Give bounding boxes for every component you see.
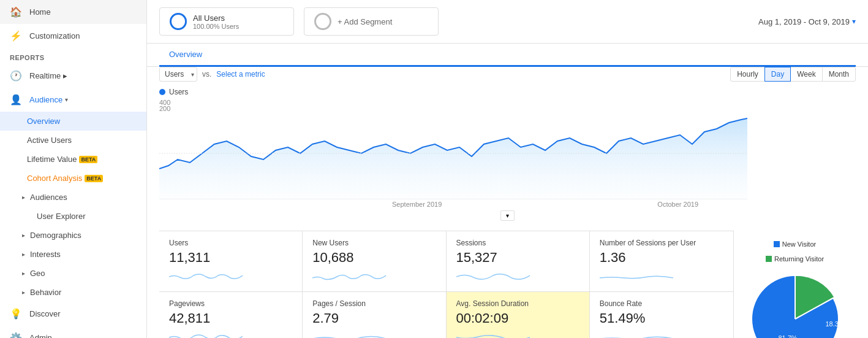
vs-label: vs. [202, 70, 211, 79]
header-bar: All Users 100.00% Users + Add Segment Au… [147, 0, 868, 44]
stat-pages-per-session: Pages / Session 2.79 [303, 292, 446, 338]
sidebar-item-discover[interactable]: 💡 Discover [0, 302, 146, 326]
returning-visitor-pct-label: 81.7% [778, 334, 797, 338]
lifetime-value-sub-label: Lifetime Value [27, 155, 77, 164]
new-visitor-legend-dot [774, 241, 780, 247]
behavior-expand-icon [22, 289, 25, 296]
metric-left: Users vs. Select a metric [159, 67, 265, 82]
stat-new-users-label: New Users [312, 239, 436, 247]
time-btn-day[interactable]: Day [764, 67, 791, 82]
all-users-label: All Users [193, 13, 239, 23]
stat-pageviews-value: 42,811 [169, 310, 292, 326]
sidebar-sub-lifetime-value[interactable]: Lifetime Value BETA [0, 150, 146, 169]
realtime-label: Realtime [29, 71, 61, 80]
time-btn-month[interactable]: Month [822, 67, 856, 82]
pie-legend: New Visitor Returning Visitor [744, 240, 846, 263]
stats-grid: Users 11,311 New Users 10,688 [159, 231, 733, 338]
audience-expand-icon: ▾ [65, 96, 68, 103]
stat-avg-session-duration-sparkline [456, 330, 579, 338]
new-visitor-pct-label: 18.3% [825, 320, 844, 328]
returning-visitor-legend-dot [766, 256, 772, 262]
clock-icon: 🕐 [10, 70, 22, 82]
admin-label: Admin [29, 333, 52, 338]
sidebar-sub-audiences[interactable]: Audiences [0, 188, 146, 207]
stat-users-value: 11,311 [169, 250, 292, 266]
stat-sessions-per-user-label: Number of Sessions per User [600, 239, 723, 247]
stat-sessions-per-user-sparkline [600, 269, 723, 284]
users-legend-dot [159, 89, 165, 95]
stat-users: Users 11,311 [159, 231, 303, 292]
stat-bounce-rate-label: Bounce Rate [600, 299, 723, 308]
sidebar-sub-interests[interactable]: Interests [0, 245, 146, 264]
stats-grid-container: Users 11,311 New Users 10,688 [159, 231, 733, 338]
stat-bounce-rate-sparkline [600, 330, 723, 338]
time-btn-hourly[interactable]: Hourly [730, 67, 765, 82]
demographics-expand-icon [22, 232, 25, 239]
segment-pills: All Users 100.00% Users + Add Segment [159, 7, 439, 36]
select-metric-link[interactable]: Select a metric [216, 70, 265, 79]
discover-label: Discover [29, 309, 61, 318]
metric-select[interactable]: Users [159, 67, 197, 82]
stat-new-users-sparkline [312, 269, 436, 284]
stat-bounce-rate: Bounce Rate 51.49% [590, 292, 733, 338]
sidebar-sub-demographics[interactable]: Demographics [0, 226, 146, 245]
demographics-label: Demographics [30, 231, 81, 240]
right-panel: New Visitor Returning Visitor [733, 231, 856, 338]
audiences-label: Audiences [30, 193, 67, 202]
stats-and-pie-row: Users 11,311 New Users 10,688 [159, 231, 856, 338]
sidebar-item-realtime[interactable]: 🕐 Realtime [0, 64, 146, 88]
customization-label: Customization [29, 31, 80, 40]
stat-users-label: Users [169, 239, 292, 247]
main-content: All Users 100.00% Users + Add Segment Au… [147, 0, 868, 338]
sidebar-item-admin[interactable]: ⚙️ Admin [0, 326, 146, 338]
date-range-dropdown-icon: ▾ [852, 17, 856, 26]
x-axis-labels: September 2019 October 2019 [159, 199, 747, 209]
sidebar-sub-geo[interactable]: Geo [0, 264, 146, 283]
audience-label: Audience [29, 95, 62, 104]
stat-pageviews-sparkline [169, 330, 292, 338]
stat-new-users-value: 10,688 [312, 250, 436, 266]
realtime-expand-icon [63, 71, 67, 80]
user-explorer-label: User Explorer [37, 212, 85, 221]
sidebar-item-home[interactable]: 🏠 Home [0, 0, 146, 24]
date-range[interactable]: Aug 1, 2019 - Oct 9, 2019 ▾ [758, 17, 856, 26]
returning-visitor-legend-label: Returning Visitor [774, 255, 824, 263]
stat-sessions-value: 15,327 [456, 250, 579, 266]
sidebar-sub-active-users[interactable]: Active Users [0, 131, 146, 150]
tabs-bar: Overview [147, 44, 868, 67]
chart-scroll-control: ▾ [159, 210, 856, 221]
home-label: Home [29, 7, 51, 17]
stat-pages-per-session-label: Pages / Session [312, 299, 436, 308]
stat-avg-session-duration: Avg. Session Duration 00:02:09 [447, 292, 590, 338]
add-segment-button[interactable]: + Add Segment [304, 7, 439, 36]
chart-scroll-button[interactable]: ▾ [500, 210, 515, 221]
stat-pageviews: Pageviews 42,811 [159, 292, 303, 338]
chart-svg [159, 107, 747, 199]
tab-overview[interactable]: Overview [159, 44, 856, 67]
reports-section-label: REPORTS [0, 48, 146, 64]
stat-users-sparkline [169, 269, 292, 284]
x-label-september: September 2019 [392, 201, 442, 208]
metric-toolbar: Users vs. Select a metric Hourly Day Wee… [159, 67, 856, 82]
time-btn-week[interactable]: Week [790, 67, 822, 82]
time-buttons: Hourly Day Week Month [731, 67, 856, 82]
chart-svg-wrap: September 2019 October 2019 ▾ [159, 107, 856, 221]
sidebar-sub-cohort-analysis[interactable]: Cohort Analysis BETA [0, 169, 146, 188]
users-legend-label: Users [169, 88, 188, 96]
all-users-segment[interactable]: All Users 100.00% Users [159, 7, 294, 36]
stat-sessions: Sessions 15,327 [447, 231, 590, 292]
sidebar-sub-overview[interactable]: Overview [0, 112, 146, 131]
sidebar-item-customization[interactable]: ⚡ Customization [0, 24, 146, 48]
cohort-analysis-sub-label: Cohort Analysis [27, 174, 82, 183]
geo-label: Geo [30, 269, 45, 278]
sidebar-sub-behavior[interactable]: Behavior [0, 283, 146, 302]
sidebar-sub-user-explorer[interactable]: User Explorer [0, 207, 146, 226]
sidebar-item-audience[interactable]: 👤 Audience ▾ [0, 88, 146, 112]
stat-pages-per-session-sparkline [312, 330, 436, 338]
stat-sessions-label: Sessions [456, 239, 579, 247]
y-label-200: 200 [159, 105, 170, 112]
add-segment-circle-icon [314, 13, 331, 30]
customization-icon: ⚡ [10, 30, 22, 42]
stat-avg-session-duration-value: 00:02:09 [456, 310, 579, 326]
interests-expand-icon [22, 251, 25, 258]
